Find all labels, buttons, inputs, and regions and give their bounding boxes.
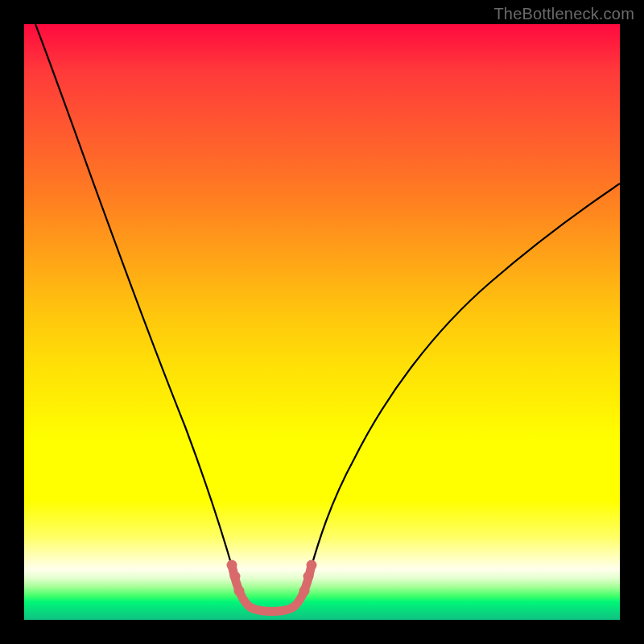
svg-point-5 [307, 560, 317, 571]
svg-point-3 [299, 586, 310, 597]
svg-point-2 [234, 586, 245, 597]
svg-point-4 [303, 572, 314, 582]
curve-layer [24, 24, 620, 620]
svg-point-0 [227, 560, 237, 571]
plot-area [24, 24, 620, 620]
chart-frame: TheBottleneck.com [0, 0, 644, 644]
svg-point-1 [230, 572, 241, 582]
optimal-basin-highlight [232, 565, 312, 612]
bottleneck-curve [35, 24, 620, 611]
watermark-text: TheBottleneck.com [493, 5, 634, 23]
optimal-basin-dots [227, 560, 317, 597]
